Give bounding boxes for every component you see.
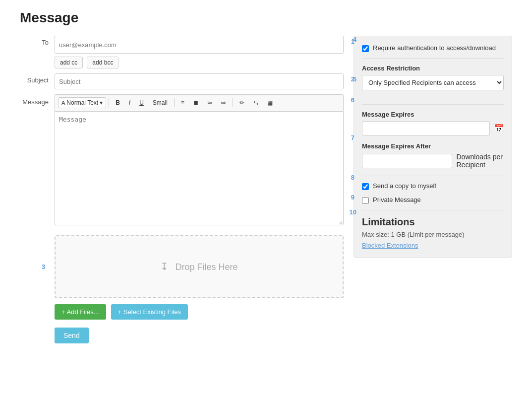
expires-row: 02/23/2016 📅 xyxy=(362,121,504,135)
to-input[interactable] xyxy=(55,36,344,54)
toolbar-sep-1 xyxy=(109,98,109,107)
message-label: Message xyxy=(20,94,55,106)
add-files-button[interactable]: + Add Files... xyxy=(55,304,106,320)
private-message-label[interactable]: Private Message xyxy=(362,196,504,204)
downloads-input[interactable] xyxy=(362,154,452,168)
message-textarea[interactable] xyxy=(55,111,344,225)
underline-button[interactable]: U xyxy=(135,97,148,109)
align-left-button[interactable]: ⇦ xyxy=(203,97,216,109)
subject-input[interactable] xyxy=(55,73,344,89)
max-size-text: Max size: 1 GB (Limit per message) xyxy=(362,231,504,238)
divider-4 xyxy=(362,210,504,210)
page-title: Message xyxy=(20,10,512,26)
add-cc-button[interactable]: add cc xyxy=(55,57,83,68)
settings-panel: Require authentication to access/downloa… xyxy=(354,36,512,258)
italic-button[interactable]: I xyxy=(125,97,134,109)
annotation-3: 3 xyxy=(42,263,355,270)
annotation-7: 7 xyxy=(351,134,355,141)
divider-3 xyxy=(362,176,504,176)
annotation-3-left: 6 xyxy=(351,96,355,104)
list-ol-button[interactable]: ≣ xyxy=(189,97,202,109)
annotation-8: 8 xyxy=(351,174,355,181)
blocked-extensions-link[interactable]: Blocked Extensions xyxy=(362,242,418,249)
subject-label: Subject xyxy=(20,73,55,84)
bold-button[interactable]: B xyxy=(112,97,124,109)
align-right-button[interactable]: ⇨ xyxy=(217,97,230,109)
divider-1 xyxy=(362,58,504,59)
send-copy-text: Send a copy to myself xyxy=(373,182,436,190)
message-expires-label: Message Expires xyxy=(362,111,504,118)
pencil-button[interactable]: ✏ xyxy=(236,97,248,109)
send-button[interactable]: Send xyxy=(55,328,89,343)
font-icon: A xyxy=(61,100,65,106)
private-message-text: Private Message xyxy=(373,196,421,203)
send-copy-checkbox[interactable] xyxy=(362,183,369,190)
font-label: Normal Text xyxy=(66,99,98,106)
limitations-title: Limitations xyxy=(362,216,504,228)
divider-2 xyxy=(362,104,504,105)
link-button[interactable]: ⇆ xyxy=(249,97,262,109)
calendar-icon[interactable]: 📅 xyxy=(494,124,504,133)
annotation-5: 5 xyxy=(353,75,356,83)
downloads-suffix: Downloads per Recipient xyxy=(456,153,504,169)
annotation-9: 9 xyxy=(351,194,355,201)
expires-date-input[interactable]: 02/23/2016 xyxy=(362,121,490,135)
small-button[interactable]: Small xyxy=(149,97,172,109)
private-message-checkbox[interactable] xyxy=(362,197,369,204)
downloads-row: Downloads per Recipient xyxy=(362,153,504,169)
access-restriction-label: Access Restriction xyxy=(362,65,504,72)
font-dropdown-icon: ▾ xyxy=(100,99,103,106)
require-auth-checkbox[interactable] xyxy=(362,45,369,52)
toolbar-sep-3 xyxy=(233,98,233,107)
to-label: To xyxy=(20,36,55,46)
image-button[interactable]: ▦ xyxy=(263,97,277,109)
font-selector[interactable]: A Normal Text ▾ xyxy=(58,97,106,108)
access-restriction-select[interactable]: Only Specified Recipients can access Any… xyxy=(362,75,504,90)
require-auth-label[interactable]: Require authentication to access/downloa… xyxy=(362,44,504,52)
add-bcc-button[interactable]: add bcc xyxy=(87,57,118,68)
annotation-10: 10 xyxy=(350,208,356,216)
select-existing-files-button[interactable]: + Select Existing Files xyxy=(111,304,188,320)
toolbar-sep-2 xyxy=(174,98,175,107)
annotation-4: 4 xyxy=(353,36,356,43)
message-expires-after-label: Message Expires After xyxy=(362,142,504,150)
send-copy-label[interactable]: Send a copy to myself xyxy=(362,182,504,190)
require-auth-text: Require authentication to access/downloa… xyxy=(373,44,496,52)
message-toolbar: A Normal Text ▾ B I U Small ≡ ≣ ⇦ ⇨ ✏ xyxy=(55,94,344,111)
list-ul-button[interactable]: ≡ xyxy=(177,97,188,109)
